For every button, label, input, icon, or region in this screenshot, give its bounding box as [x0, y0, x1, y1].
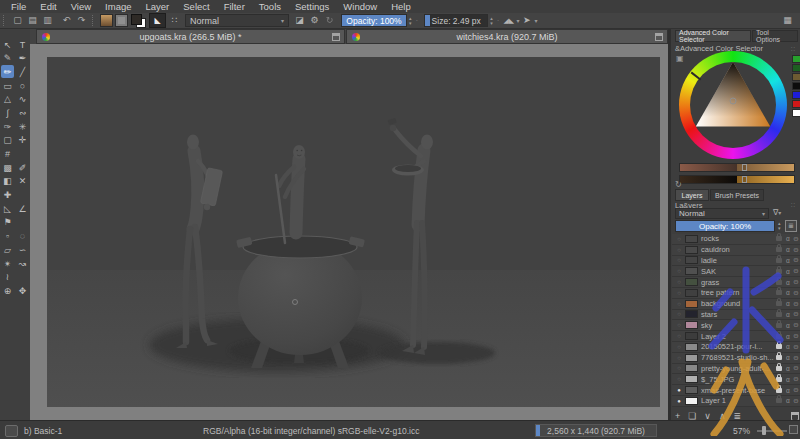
alpha-lock-icon[interactable]: α [784, 376, 792, 383]
tool-polygonal-select[interactable]: ▱ [1, 243, 14, 256]
layer-row[interactable]: $_75.JPG α ⊙ [672, 374, 800, 385]
lock-icon[interactable] [776, 290, 782, 295]
pattern-swatch[interactable] [115, 14, 128, 27]
layer-row[interactable]: stars α ⊙ [672, 310, 800, 321]
layer-blending-mode-select[interactable]: Normal ▾ [675, 208, 769, 219]
layer-row[interactable]: grass α ⊙ [672, 277, 800, 288]
color-history-swatch[interactable] [792, 109, 800, 117]
lock-icon[interactable] [776, 258, 782, 263]
zoom-slider-handle[interactable] [762, 426, 766, 435]
tool-smart-patch[interactable]: ✚ [1, 189, 14, 202]
reload-preset-button[interactable]: ↻ [323, 14, 336, 27]
tool-select-shapes[interactable]: ↖ [1, 38, 14, 51]
layer-name[interactable]: pretty-young-adult-... [701, 364, 774, 373]
layer-row[interactable]: ladle α ⊙ [672, 256, 800, 267]
tool-measure[interactable]: ∠ [16, 202, 29, 215]
alpha-lock-icon[interactable]: α [784, 322, 792, 329]
layer-visibility-toggle[interactable] [674, 301, 684, 307]
layer-name[interactable]: cauldron [701, 245, 774, 254]
layer-visibility-toggle[interactable] [674, 268, 684, 274]
preserve-alpha-button[interactable]: ⚙ [308, 14, 321, 27]
tool-fill[interactable]: ◧ [1, 175, 14, 188]
tool-empty-slot[interactable] [16, 216, 29, 229]
inherit-alpha-icon[interactable]: ⊙ [792, 235, 800, 243]
alpha-lock-icon[interactable]: α [784, 300, 792, 307]
alpha-lock-icon[interactable]: α [784, 279, 792, 286]
tool-empty-slot[interactable] [16, 271, 29, 284]
layer-visibility-toggle[interactable] [674, 333, 684, 339]
inherit-alpha-icon[interactable]: ⊙ [792, 343, 800, 351]
inherit-alpha-icon[interactable]: ⊙ [792, 300, 800, 308]
layer-name[interactable]: xmas-present-base [701, 386, 774, 395]
canvas-image[interactable] [47, 57, 660, 407]
inherit-alpha-icon[interactable]: ⊙ [792, 397, 800, 405]
menu-item[interactable]: Settings [288, 0, 336, 13]
docker-buttons[interactable]: ∶∶ [791, 201, 796, 208]
workspace-chooser-button[interactable]: ▦ [781, 14, 794, 27]
lock-icon[interactable] [776, 398, 782, 403]
wrap-around-button[interactable]: ➤ [520, 14, 533, 27]
alpha-lock-icon[interactable]: α [784, 289, 792, 296]
tool-freehand-select[interactable]: ∽ [16, 243, 29, 256]
tab-brush-presets[interactable]: Brush Presets [710, 189, 764, 201]
maximize-icon[interactable] [332, 33, 340, 41]
tool-empty-slot[interactable] [16, 148, 29, 161]
redo-icon[interactable]: ↷ [75, 14, 88, 27]
layer-visibility-toggle[interactable] [674, 376, 684, 382]
alpha-lock-icon[interactable]: α [784, 387, 792, 394]
layer-name[interactable]: background [701, 299, 774, 308]
tool-elliptical-select[interactable]: ◌ [16, 230, 29, 243]
inherit-alpha-icon[interactable]: ⊙ [792, 246, 800, 254]
tab-tool-options[interactable]: Tool Options [752, 30, 798, 42]
opacity-stepper[interactable]: ▴▾ [409, 16, 412, 26]
toolbar-handle[interactable] [92, 15, 96, 26]
tool-text[interactable]: T [16, 38, 29, 51]
layer-row[interactable]: tree pattern α ⊙ [672, 288, 800, 299]
menu-item[interactable]: Window [336, 0, 384, 13]
shade-strip-handle[interactable] [742, 164, 747, 171]
tool-calligraphy[interactable]: ✒ [16, 52, 29, 65]
layer-name[interactable]: rocks [701, 234, 774, 243]
tab-advanced-color-selector[interactable]: Advanced Color Selector [675, 30, 751, 42]
layer-name[interactable]: sky [701, 321, 774, 330]
alpha-lock-icon[interactable]: α [784, 235, 792, 242]
menu-item[interactable]: View [64, 0, 98, 13]
menu-item[interactable]: Image [98, 0, 138, 13]
layer-name[interactable]: grass [701, 278, 774, 287]
tool-empty-slot[interactable] [16, 189, 29, 202]
color-history-swatch[interactable] [792, 64, 800, 72]
tool-bezier-curve[interactable]: ∫ [1, 106, 14, 119]
color-history-swatch[interactable] [792, 91, 800, 99]
layer-visibility-toggle[interactable] [674, 311, 684, 317]
tool-polygon[interactable]: △ [1, 93, 14, 106]
layer-visibility-toggle[interactable] [674, 398, 684, 404]
mirror-canvas-button[interactable]: ◢◣ [502, 14, 515, 27]
lock-icon[interactable] [776, 355, 782, 360]
layer-row[interactable]: xmas-present-base α ⊙ [672, 385, 800, 396]
foreground-background-colors[interactable] [131, 14, 146, 28]
tool-bezier-select[interactable]: ↝ [16, 257, 29, 270]
tool-rectangular-select[interactable]: ▫ [1, 230, 14, 243]
tool-freehand-brush[interactable]: ✏ [1, 65, 14, 78]
open-image-icon[interactable]: ▤ [26, 14, 39, 27]
layer-name[interactable]: 77689521-studio-sh... [701, 353, 774, 362]
inherit-alpha-icon[interactable]: ⊙ [792, 256, 800, 264]
lock-icon[interactable] [776, 312, 782, 317]
layer-visibility-toggle[interactable] [674, 344, 684, 350]
brush-size-slider[interactable]: Size: 2.49 px [424, 14, 488, 27]
tool-gradient[interactable]: ▩ [1, 161, 14, 174]
layer-name[interactable]: Layer 2 [701, 332, 774, 341]
layer-visibility-toggle[interactable] [674, 365, 684, 371]
tool-assistants[interactable]: ◺ [1, 202, 14, 215]
inherit-alpha-icon[interactable]: ⊙ [792, 289, 800, 297]
color-history-swatch[interactable] [792, 100, 800, 108]
lock-icon[interactable] [776, 280, 782, 285]
menu-item[interactable]: Tools [252, 0, 288, 13]
layer-row[interactable]: 77689521-studio-sh... α ⊙ [672, 353, 800, 364]
tool-pan[interactable]: ✥ [16, 284, 29, 297]
color-history-swatch[interactable] [792, 82, 800, 90]
menu-item[interactable]: Layer [139, 0, 177, 13]
menu-item[interactable]: File [4, 0, 33, 13]
layer-row[interactable]: Layer 1 α ⊙ [672, 396, 800, 407]
hue-ring[interactable] [679, 51, 787, 159]
